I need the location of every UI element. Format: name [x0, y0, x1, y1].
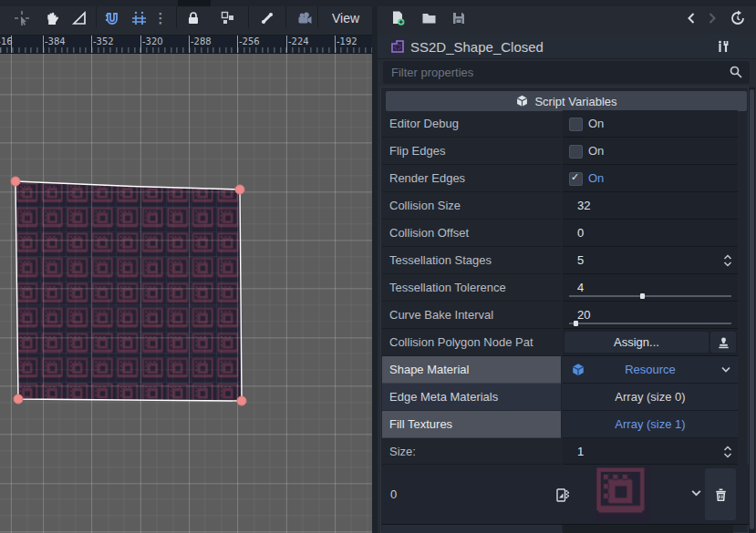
edge-meta-materials-array-button[interactable]: Array (size 0)	[563, 384, 738, 411]
inspector-scrollbar[interactable]	[749, 87, 755, 533]
group-icon	[220, 10, 236, 26]
trash-icon	[713, 487, 729, 503]
group-button[interactable]	[218, 8, 238, 28]
select-tool-icon	[14, 10, 30, 26]
property-label: Render Edges	[382, 165, 561, 192]
texture-preview[interactable]	[595, 466, 650, 521]
shape-object-icon	[390, 39, 405, 54]
camera-icon	[295, 10, 314, 26]
edit-resource-button[interactable]	[552, 485, 572, 505]
vertex-handle[interactable]	[11, 177, 20, 186]
hand-icon	[44, 10, 60, 26]
ruler-tool-button[interactable]	[69, 8, 89, 28]
property-label: Shape Material	[382, 356, 561, 384]
collision-offset-field[interactable]: 0	[563, 220, 738, 247]
tessellation-tolerence-field[interactable]: 4	[563, 274, 738, 302]
fill-textures-array-button[interactable]: Array (size 1)	[563, 411, 738, 438]
lock-button[interactable]	[183, 8, 203, 28]
viewport-canvas[interactable]	[0, 53, 372, 533]
script-variables-icon	[515, 94, 529, 108]
slider-grabber[interactable]	[574, 321, 578, 326]
skeleton-button[interactable]	[257, 8, 277, 28]
new-resource-button[interactable]	[388, 8, 408, 28]
checkbox-label: On	[588, 138, 604, 164]
curve-bake-interval-field[interactable]: 20	[563, 302, 738, 329]
next-property-value-partial	[563, 525, 733, 533]
field-value: 5	[577, 247, 584, 273]
load-resource-button[interactable]	[419, 8, 439, 28]
property-label: Fill Textures	[382, 411, 561, 438]
property-label: Collision Polygon Node Pat	[382, 329, 561, 356]
object-tools-button[interactable]	[712, 37, 732, 56]
vertex-handle[interactable]	[237, 396, 246, 405]
view-menu-button[interactable]: View	[323, 7, 368, 28]
history-menu-button[interactable]	[728, 8, 748, 28]
property-label: Tessellation Tolerence	[382, 274, 561, 302]
checkbox-label: On	[588, 165, 604, 191]
field-value: 0	[577, 220, 584, 246]
section-script-variables[interactable]: Script Variables	[386, 91, 747, 111]
property-row-shape-material: Shape Material Resource	[382, 356, 749, 384]
value-slider[interactable]	[569, 295, 731, 297]
resource-label: Resource	[563, 356, 738, 383]
pane-splitter[interactable]	[372, 0, 378, 533]
property-row-tessellation-stages: Tessellation Stages 5	[382, 247, 749, 274]
folder-icon	[420, 10, 438, 26]
top-strip	[0, 0, 756, 6]
select-tool-button[interactable]	[12, 8, 32, 28]
new-resource-icon	[389, 10, 406, 26]
grid-snap-button[interactable]	[129, 8, 149, 28]
ruler-label: -256	[239, 36, 260, 46]
checkbox-flip-edges[interactable]	[569, 145, 583, 159]
pan-tool-button[interactable]	[42, 8, 62, 28]
delete-item-button[interactable]	[705, 468, 736, 520]
checkbox-editor-debug[interactable]	[569, 118, 583, 131]
assign-node-path-button[interactable]: Assign...	[564, 332, 709, 353]
property-row-collision-size: Collision Size 32	[382, 192, 749, 220]
property-row-array-size: Size: 1	[382, 438, 749, 465]
checkbox-label: On	[588, 110, 604, 137]
horizontal-ruler: -416 -384 -352 -320 -288 -256 -224 -192	[0, 35, 372, 54]
chevron-right-icon	[707, 12, 718, 25]
history-forward-button[interactable]	[704, 8, 720, 28]
array-size-field[interactable]: 1	[563, 438, 738, 465]
ruler-label: -352	[93, 36, 114, 46]
pick-node-button[interactable]	[710, 332, 736, 353]
toolbar-separator	[176, 6, 177, 28]
spinner-updown-icon[interactable]	[722, 445, 733, 459]
property-label: Editor Debug	[382, 110, 561, 138]
chevron-left-icon	[686, 12, 697, 25]
ruler-label: -384	[45, 36, 66, 46]
filter-properties-input[interactable]	[383, 61, 750, 84]
canvas-pane: -416 -384 -352 -320 -288 -256 -224 -192	[0, 0, 372, 533]
inspector-object-header: SS2D_Shape_Closed	[378, 35, 756, 59]
scrollbar-thumb[interactable]	[750, 89, 754, 529]
toolbar-separator	[285, 6, 286, 28]
history-back-button[interactable]	[683, 8, 699, 28]
property-row-render-edges: Render Edges On	[382, 165, 749, 192]
lock-icon	[185, 10, 202, 26]
vertex-handle[interactable]	[14, 395, 23, 404]
ruler-label: -192	[337, 36, 357, 46]
chevron-down-icon[interactable]	[690, 488, 702, 498]
collision-size-field[interactable]: 32	[563, 192, 738, 220]
array-size-label: Array (size 0)	[563, 384, 738, 410]
ruler-label: -416	[0, 36, 13, 46]
checkbox-render-edges[interactable]	[569, 172, 583, 186]
toolbar-separator	[96, 6, 97, 28]
shape-material-resource-dropdown[interactable]: Resource	[563, 356, 738, 384]
ruler-label: -224	[288, 36, 309, 46]
property-label: Edge Meta Materials	[382, 384, 561, 411]
slider-grabber[interactable]	[640, 293, 645, 299]
spinner-updown-icon[interactable]	[722, 253, 733, 268]
save-resource-button[interactable]	[449, 8, 469, 28]
array-item-row: 0	[382, 465, 749, 525]
tessellation-stages-field[interactable]: 5	[563, 247, 738, 274]
ruler-label: -288	[191, 36, 212, 46]
smart-snap-button[interactable]	[102, 8, 122, 28]
vertex-handle[interactable]	[235, 185, 244, 194]
value-slider[interactable]	[569, 323, 731, 324]
snap-options-button[interactable]: ⋮	[153, 8, 168, 28]
camera-preview-button[interactable]	[295, 8, 315, 28]
array-item-index: 0	[390, 465, 397, 524]
